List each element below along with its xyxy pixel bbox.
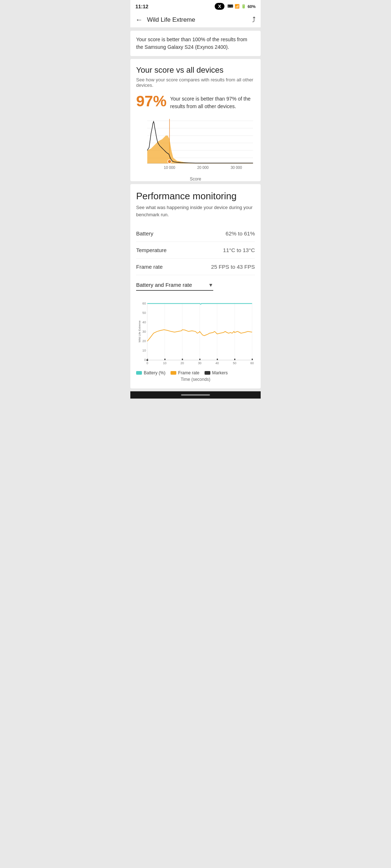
svg-text:20: 20 xyxy=(142,339,146,343)
performance-card: Performance monitoring See what was happ… xyxy=(130,184,261,388)
back-button[interactable]: ← xyxy=(135,16,143,24)
compare-text: Your score is better than 100% of the re… xyxy=(136,37,247,50)
svg-rect-41 xyxy=(234,359,235,360)
svg-text:20 000: 20 000 xyxy=(197,166,209,170)
svg-text:10 000: 10 000 xyxy=(164,166,176,170)
legend-framerate: Frame rate xyxy=(171,370,199,375)
svg-text:10: 10 xyxy=(163,361,167,365)
perf-battery-label: Battery xyxy=(136,230,154,237)
share-button[interactable]: ⤴ xyxy=(252,16,256,24)
svg-rect-39 xyxy=(199,359,201,360)
svg-text:0: 0 xyxy=(144,358,146,362)
svg-rect-40 xyxy=(217,359,218,360)
svg-text:20: 20 xyxy=(181,361,184,365)
dropdown-label: Battery and Frame rate xyxy=(136,282,192,288)
bottom-nav-bar xyxy=(130,391,261,399)
svg-text:40: 40 xyxy=(215,361,219,365)
markers-legend-color xyxy=(205,371,210,375)
svg-rect-38 xyxy=(182,359,183,360)
svg-text:Wild Life Extreme: Wild Life Extreme xyxy=(138,320,141,342)
legend-battery: Battery (%) xyxy=(136,370,165,375)
svg-text:60: 60 xyxy=(142,302,146,305)
perf-chart-svg: Wild Life Extreme 0 10 20 30 40 50 60 0 … xyxy=(136,297,255,366)
battery-legend-color xyxy=(136,371,142,375)
score-row: 97% Your score is better than 97% of the… xyxy=(136,94,255,110)
svg-text:0: 0 xyxy=(146,361,148,365)
score-percent: 97% xyxy=(136,94,165,109)
svg-text:30: 30 xyxy=(142,330,146,333)
status-bar: 11:12 X ⌨ 📶 🔋 60% xyxy=(130,0,261,12)
svg-text:60: 60 xyxy=(250,361,254,365)
svg-text:30 000: 30 000 xyxy=(231,166,242,170)
page-title: Wild Life Extreme xyxy=(147,16,252,24)
score-chart-svg: 10 000 20 000 30 000 xyxy=(136,117,255,175)
status-time: 11:12 xyxy=(135,4,148,9)
battery-percent: 60% xyxy=(248,4,256,9)
chart-type-dropdown[interactable]: Battery and Frame rate ▼ xyxy=(136,282,213,291)
svg-rect-37 xyxy=(164,359,165,360)
top-nav: ← Wild Life Extreme ⤴ xyxy=(130,12,261,28)
svg-text:40: 40 xyxy=(142,320,146,324)
perf-framerate-label: Frame rate xyxy=(136,264,163,270)
sim-icon: 📶 xyxy=(235,4,240,9)
x-app-badge: X xyxy=(215,3,224,10)
perf-battery-value: 62% to 61% xyxy=(226,230,255,237)
perf-battery-row: Battery 62% to 61% xyxy=(136,225,255,242)
chevron-down-icon: ▼ xyxy=(208,282,213,288)
perf-chart-container: Wild Life Extreme 0 10 20 30 40 50 60 0 … xyxy=(136,297,255,382)
chart-legend: Battery (%) Frame rate Markers xyxy=(136,370,255,375)
perf-temperature-value: 11°C to 13°C xyxy=(223,247,255,253)
score-vs-devices-card: Your score vs all devices See how your s… xyxy=(130,59,261,181)
score-vs-subtitle: See how your score compares with results… xyxy=(136,77,255,88)
perf-framerate-row: Frame rate 25 FPS to 43 FPS xyxy=(136,259,255,275)
status-icons: X ⌨ 📶 🔋 60% xyxy=(215,3,256,10)
score-x-label: Score xyxy=(136,176,255,182)
battery-legend-label: Battery (%) xyxy=(144,370,165,375)
compare-text-card: Your score is better than 100% of the re… xyxy=(130,31,261,56)
framerate-legend-label: Frame rate xyxy=(178,370,199,375)
svg-text:30: 30 xyxy=(198,361,202,365)
score-description: Your score is better than 97% of the res… xyxy=(170,94,255,110)
perf-framerate-value: 25 FPS to 43 FPS xyxy=(211,264,255,270)
battery-icon: 🔋 xyxy=(241,4,246,9)
home-pill[interactable] xyxy=(181,394,210,396)
svg-text:10: 10 xyxy=(142,349,146,352)
svg-text:50: 50 xyxy=(142,311,146,315)
framerate-legend-color xyxy=(171,371,176,375)
perf-description: See what was happening inside your devic… xyxy=(136,204,255,218)
keyboard-icon: ⌨ xyxy=(227,4,233,9)
perf-temperature-row: Temperature 11°C to 13°C xyxy=(136,242,255,259)
legend-markers: Markers xyxy=(205,370,228,375)
perf-temperature-label: Temperature xyxy=(136,247,167,253)
score-chart: 10 000 20 000 30 000 Score xyxy=(136,117,255,175)
svg-point-43 xyxy=(146,359,148,361)
score-vs-title: Your score vs all devices xyxy=(136,65,255,75)
time-axis-label: Time (seconds) xyxy=(136,377,255,382)
svg-point-9 xyxy=(168,159,171,163)
perf-title: Performance monitoring xyxy=(136,191,255,202)
svg-text:50: 50 xyxy=(233,361,236,365)
svg-rect-42 xyxy=(252,359,253,360)
markers-legend-label: Markers xyxy=(212,370,228,375)
